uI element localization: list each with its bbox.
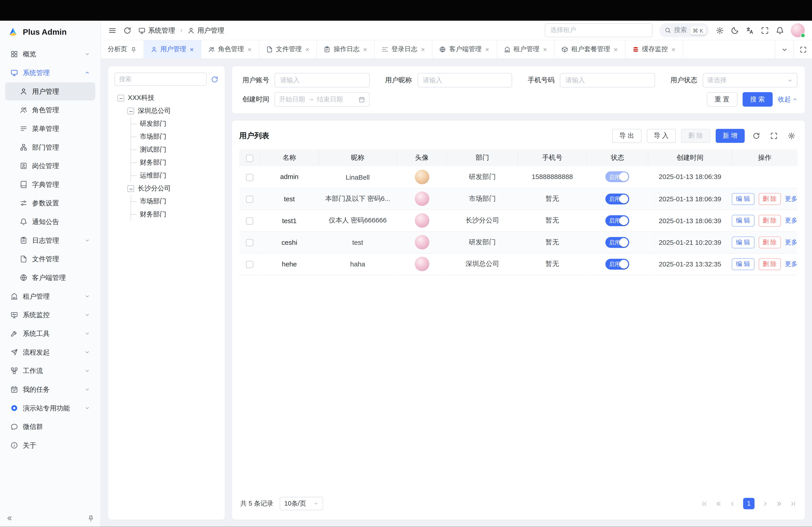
tab-item[interactable]: 缓存监控× <box>625 40 683 58</box>
tree-node[interactable]: 市场部门 <box>114 131 218 144</box>
delete-button[interactable]: 删 除 <box>758 215 781 227</box>
sidebar-item[interactable]: 系统管理 <box>5 63 95 81</box>
edit-button[interactable]: 编 辑 <box>732 193 754 205</box>
export-button[interactable]: 导 出 <box>612 129 641 143</box>
chevrons-left-icon[interactable] <box>715 500 722 507</box>
sidebar-item[interactable]: 文件管理 <box>5 250 95 268</box>
sidebar-item[interactable]: 我的任务 <box>5 380 95 398</box>
edit-button[interactable]: 编 辑 <box>732 215 754 227</box>
close-icon[interactable]: × <box>542 46 548 53</box>
row-checkbox[interactable] <box>246 195 253 202</box>
tree-node[interactable]: 财务部门 <box>114 156 218 169</box>
current-page[interactable]: 1 <box>743 498 755 509</box>
tab-item[interactable]: 客户端管理× <box>433 40 497 58</box>
tree-node[interactable]: 市场部门 <box>114 195 218 208</box>
tab-item[interactable]: 租户管理× <box>497 40 555 58</box>
tab-item[interactable]: 分析页 <box>101 40 144 58</box>
tab-item[interactable]: 角色管理× <box>201 40 259 58</box>
tab-item[interactable]: 登录日志× <box>375 40 433 58</box>
collapse-toggle-icon[interactable] <box>117 95 124 102</box>
row-checkbox[interactable] <box>246 217 253 225</box>
sidebar-item[interactable]: 演示站专用功能 <box>5 399 95 417</box>
tree-node[interactable]: 运维部门 <box>114 169 218 182</box>
date-range-input[interactable]: 开始日期 结束日期 <box>275 92 369 107</box>
sidebar-item[interactable]: 系统工具 <box>5 325 95 343</box>
chevrons-right-icon[interactable] <box>776 500 782 507</box>
status-select[interactable]: 请选择 <box>702 73 797 88</box>
tab-item[interactable]: 操作日志× <box>317 40 375 58</box>
sidebar-item[interactable]: 用户管理 <box>5 82 95 100</box>
more-button[interactable]: 更多 <box>785 194 797 203</box>
notifications-icon[interactable] <box>776 26 784 34</box>
phone-input[interactable] <box>560 73 655 88</box>
language-icon[interactable] <box>746 26 754 34</box>
sidebar-item[interactable]: 菜单管理 <box>5 119 95 137</box>
sidebar-item[interactable]: 日志管理 <box>5 231 95 249</box>
edit-button[interactable]: 编 辑 <box>732 258 754 270</box>
close-icon[interactable]: × <box>305 46 310 53</box>
page-first-icon[interactable] <box>701 500 708 507</box>
account-input[interactable] <box>275 73 369 88</box>
breadcrumb-item[interactable]: 系统管理 <box>138 26 175 35</box>
fullscreen-icon[interactable] <box>761 26 769 34</box>
status-toggle[interactable]: 启用 <box>606 171 629 182</box>
close-icon[interactable]: × <box>671 46 676 53</box>
row-checkbox[interactable] <box>246 261 253 268</box>
sidebar-item[interactable]: 岗位管理 <box>5 157 95 175</box>
collapse-toggle-icon[interactable] <box>128 108 134 115</box>
sidebar-item[interactable]: 角色管理 <box>5 101 95 119</box>
tab-item[interactable]: 租户套餐管理× <box>555 40 625 58</box>
tenant-select[interactable]: 选择租户 <box>545 23 652 37</box>
status-toggle[interactable]: 启用 <box>606 237 629 247</box>
close-icon[interactable]: × <box>420 46 425 53</box>
sidebar-item[interactable]: 部门管理 <box>5 138 95 156</box>
close-icon[interactable]: × <box>613 46 618 53</box>
more-button[interactable]: 更多 <box>785 238 797 246</box>
collapse-filters-link[interactable]: 收起 <box>778 95 797 104</box>
sidebar-item[interactable]: 系统监控 <box>5 306 95 324</box>
sidebar-item[interactable]: 字典管理 <box>5 175 95 193</box>
row-checkbox[interactable] <box>246 174 253 181</box>
reset-button[interactable]: 重 置 <box>707 92 737 107</box>
dark-mode-icon[interactable] <box>731 26 739 34</box>
tree-node[interactable]: XXX科技 <box>114 91 218 104</box>
chevron-right-icon[interactable] <box>762 500 768 507</box>
tree-refresh-icon[interactable] <box>211 75 218 83</box>
nickname-input[interactable] <box>417 73 512 88</box>
add-button[interactable]: 新 增 <box>715 129 745 143</box>
close-icon[interactable]: × <box>485 46 490 53</box>
chevron-left-icon[interactable] <box>729 500 736 507</box>
tree-node[interactable]: 财务部门 <box>114 208 218 221</box>
page-size-select[interactable]: 10条/页 <box>280 497 323 511</box>
tab-dropdown-button[interactable] <box>775 40 794 58</box>
row-checkbox[interactable] <box>246 239 253 246</box>
expand-table-button[interactable] <box>768 130 780 142</box>
tree-search-input[interactable] <box>114 72 207 86</box>
sidebar-item[interactable]: 客户端管理 <box>5 269 95 287</box>
refresh-table-button[interactable] <box>750 130 762 142</box>
pin-icon[interactable] <box>130 46 136 52</box>
tab-fullscreen-button[interactable] <box>793 40 812 58</box>
edit-button[interactable]: 编 辑 <box>732 236 754 248</box>
sidebar-item[interactable]: 概览 <box>5 45 95 63</box>
tab-item[interactable]: 用户管理× <box>144 40 201 58</box>
refresh-page-icon[interactable] <box>123 26 131 34</box>
tree-node[interactable]: 深圳总公司 <box>114 105 218 118</box>
more-button[interactable]: 更多 <box>785 216 797 225</box>
tree-node[interactable]: 测试部门 <box>114 144 218 156</box>
delete-selected-button[interactable]: 删 除 <box>681 129 710 143</box>
sidebar-item[interactable]: 参数设置 <box>5 194 95 212</box>
status-toggle[interactable]: 启用 <box>606 193 629 204</box>
table-settings-button[interactable] <box>785 130 798 142</box>
select-all-checkbox[interactable] <box>246 155 253 162</box>
settings-icon[interactable] <box>716 26 724 34</box>
delete-button[interactable]: 删 除 <box>758 236 781 248</box>
delete-button[interactable]: 删 除 <box>758 193 781 205</box>
global-search[interactable]: 搜索 ⌘ K <box>659 23 709 37</box>
breadcrumb-item[interactable]: 用户管理 <box>187 26 224 35</box>
status-toggle[interactable]: 启用 <box>606 215 629 226</box>
tree-node[interactable]: 研发部门 <box>114 118 218 130</box>
tree-node[interactable]: 长沙分公司 <box>114 182 218 195</box>
close-icon[interactable]: × <box>363 46 368 53</box>
collapse-toggle-icon[interactable] <box>128 185 134 192</box>
